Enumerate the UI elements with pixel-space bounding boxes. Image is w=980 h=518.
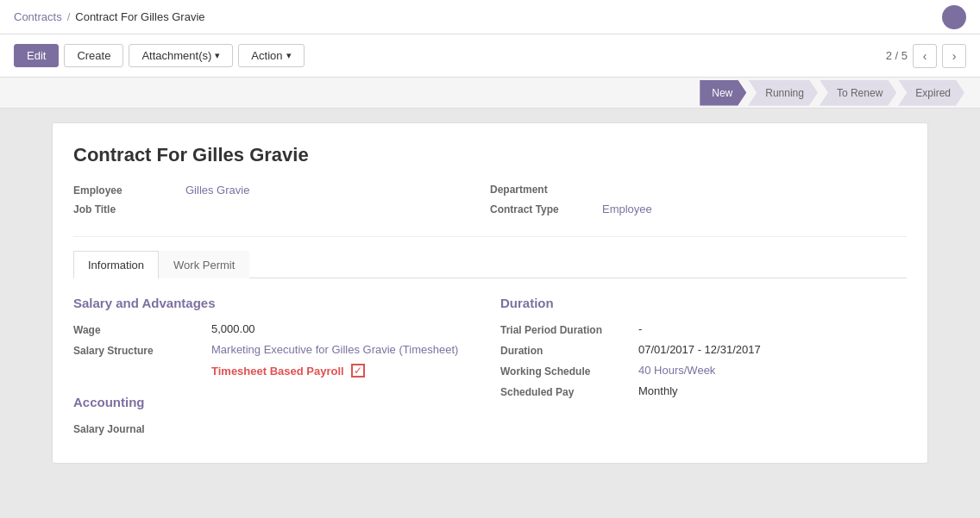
salary-section: Salary and Advantages Wage 5,000.00 Sala… xyxy=(73,296,480,442)
tab-information[interactable]: Information xyxy=(73,251,159,278)
prev-button[interactable]: ‹ xyxy=(913,44,937,68)
main-content: Contract For Gilles Gravie Employee Gill… xyxy=(0,109,980,518)
contract-type-label: Contract Type xyxy=(490,203,602,215)
working-schedule-row: Working Schedule 40 Hours/Week xyxy=(500,364,907,378)
duration-section: Duration Trial Period Duration - Duratio… xyxy=(500,296,907,442)
salary-structure-label: Salary Structure xyxy=(73,343,211,357)
breadcrumb: Contracts / Contract For Gilles Gravie xyxy=(14,10,205,23)
accounting-section: Accounting Salary Journal xyxy=(73,395,480,435)
department-row: Department xyxy=(490,184,907,196)
duration-label: Duration xyxy=(500,343,638,357)
accounting-title: Accounting xyxy=(73,395,480,409)
job-title-row: Job Title xyxy=(73,203,490,215)
duration-value: 07/01/2017 - 12/31/2017 xyxy=(638,343,761,356)
salary-structure-row: Salary Structure Marketing Executive for… xyxy=(73,343,480,357)
status-step-running[interactable]: Running xyxy=(748,80,818,106)
contract-type-value: Employee xyxy=(602,203,652,215)
create-button[interactable]: Create xyxy=(64,44,123,67)
breadcrumb-separator: / xyxy=(67,10,71,23)
duration-title: Duration xyxy=(500,296,907,310)
job-title-label: Job Title xyxy=(73,203,185,215)
working-schedule-label: Working Schedule xyxy=(500,364,638,378)
breadcrumb-current: Contract For Gilles Gravie xyxy=(75,10,204,23)
tabs: Information Work Permit xyxy=(73,251,907,278)
employee-label: Employee xyxy=(73,184,185,197)
timesheet-checkbox-group: Timesheet Based Payroll ✓ xyxy=(211,364,365,378)
wage-value: 5,000.00 xyxy=(211,322,255,335)
salary-title: Salary and Advantages xyxy=(73,296,480,310)
trial-period-value: - xyxy=(638,322,642,335)
wage-label: Wage xyxy=(73,322,211,336)
tab-work-permit[interactable]: Work Permit xyxy=(159,251,249,278)
attachments-button[interactable]: Attachment(s) xyxy=(129,44,233,67)
top-bar: Contracts / Contract For Gilles Gravie xyxy=(0,0,980,34)
status-step-expired[interactable]: Expired xyxy=(898,80,964,106)
employee-row: Employee Gilles Gravie xyxy=(73,184,490,197)
left-header-fields: Employee Gilles Gravie Job Title xyxy=(73,184,490,222)
wage-row: Wage 5,000.00 xyxy=(73,322,480,336)
scheduled-pay-label: Scheduled Pay xyxy=(500,384,638,398)
trial-period-row: Trial Period Duration - xyxy=(500,322,907,336)
edit-button[interactable]: Edit xyxy=(14,44,59,67)
working-schedule-value: 40 Hours/Week xyxy=(638,364,715,377)
form-card: Contract For Gilles Gravie Employee Gill… xyxy=(52,122,928,464)
action-button[interactable]: Action xyxy=(238,44,304,67)
scheduled-pay-row: Scheduled Pay Monthly xyxy=(500,384,907,398)
timesheet-checkbox[interactable]: ✓ xyxy=(351,364,365,378)
salary-journal-row: Salary Journal xyxy=(73,421,480,435)
timesheet-label xyxy=(73,364,211,365)
right-header-fields: Department Contract Type Employee xyxy=(490,184,907,222)
duration-row: Duration 07/01/2017 - 12/31/2017 xyxy=(500,343,907,357)
trial-period-label: Trial Period Duration xyxy=(500,322,638,336)
salary-structure-value: Marketing Executive for Gilles Gravie (T… xyxy=(211,343,458,356)
timesheet-row: Timesheet Based Payroll ✓ xyxy=(73,364,480,378)
employee-value: Gilles Gravie xyxy=(185,184,249,197)
breadcrumb-parent-link[interactable]: Contracts xyxy=(14,10,62,23)
status-steps: New Running To Renew Expired xyxy=(700,80,966,106)
form-header-grid: Employee Gilles Gravie Job Title Departm… xyxy=(73,184,907,237)
department-label: Department xyxy=(490,184,602,196)
status-bar: New Running To Renew Expired xyxy=(0,78,980,109)
tab-content: Salary and Advantages Wage 5,000.00 Sala… xyxy=(73,296,907,442)
contract-type-row: Contract Type Employee xyxy=(490,203,907,215)
form-title: Contract For Gilles Gravie xyxy=(73,144,907,166)
salary-journal-label: Salary Journal xyxy=(73,421,211,435)
pagination-text: 2 / 5 xyxy=(886,49,908,62)
action-bar: Edit Create Attachment(s) Action 2 / 5 ‹… xyxy=(0,34,980,78)
pagination-area: 2 / 5 ‹ › xyxy=(886,44,966,68)
status-step-new[interactable]: New xyxy=(700,80,746,106)
next-button[interactable]: › xyxy=(942,44,966,68)
scheduled-pay-value: Monthly xyxy=(638,384,678,397)
avatar xyxy=(942,5,966,29)
status-step-to-renew[interactable]: To Renew xyxy=(820,80,896,106)
timesheet-label-text: Timesheet Based Payroll xyxy=(211,365,344,378)
